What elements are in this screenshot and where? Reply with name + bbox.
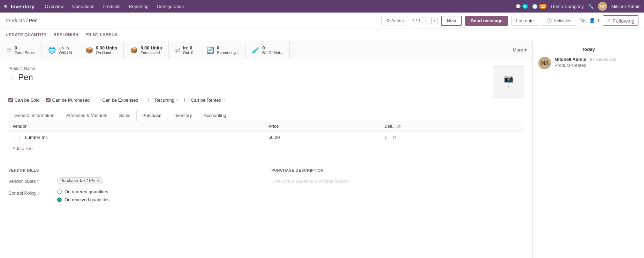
go-to-website-stat[interactable]: 🌐 Go To Website xyxy=(42,41,79,59)
can-be-purchased-checkbox[interactable]: Can be Purchased xyxy=(46,97,90,103)
tab-attributes-variants[interactable]: Attributes & Variants xyxy=(60,110,113,121)
sort-icon[interactable]: ⇄ xyxy=(397,124,401,129)
tab-accounting[interactable]: Accounting xyxy=(198,110,232,121)
delete-row-icon[interactable]: 🗑 xyxy=(392,135,396,140)
sidebar-today-label: Today xyxy=(538,47,638,52)
breadcrumb-parent[interactable]: Products xyxy=(6,18,25,23)
clock-count: 22 xyxy=(539,4,547,9)
prev-page-button[interactable]: ‹ xyxy=(423,17,429,24)
user-avatar[interactable]: MA xyxy=(598,2,607,11)
reordering-label: Reordering... xyxy=(217,50,239,55)
control-policy-label: Control Policy ? xyxy=(8,189,54,196)
vendor-cell: ⋮⋮ Lumber Inc xyxy=(8,132,264,143)
messages-icon[interactable]: 💬 5 xyxy=(515,4,528,9)
control-policy-row: Control Policy ? On ordered quantities O… xyxy=(8,189,261,202)
policy-help-icon: ? xyxy=(38,191,40,195)
tab-sales[interactable]: Sales xyxy=(113,110,136,121)
attachment-icon[interactable]: 📎 xyxy=(579,17,586,24)
update-quantity-button[interactable]: UPDATE QUANTITY xyxy=(6,31,47,39)
sub-action-bar: UPDATE QUANTITY REPLENISH PRINT LABELS xyxy=(0,29,644,41)
vendor-table: Vendor Price Deli... ⇄ xyxy=(8,121,524,143)
favorite-star-icon[interactable]: ☆ xyxy=(8,73,15,81)
sidebar: Today MA Mitchell Admin 6 minutes ago Pr… xyxy=(532,41,644,258)
remove-tax-icon[interactable]: ✕ xyxy=(97,178,100,183)
nav-configuration[interactable]: Configuration xyxy=(153,2,187,10)
more-button[interactable]: More ▾ xyxy=(507,41,532,59)
stats-bar: ☰ 0 Extra Prices 🌐 Go To Website 📦 0.00 … xyxy=(0,41,532,59)
user-name: Mitchell Admin xyxy=(611,4,641,9)
extra-prices-value: 0 xyxy=(15,45,35,50)
tab-purchase[interactable]: Purchase xyxy=(136,110,167,121)
app-name: Inventory xyxy=(11,3,35,9)
reordering-stat[interactable]: 🔄 0 Reordering... xyxy=(200,41,246,59)
tab-inventory[interactable]: Inventory xyxy=(167,110,198,121)
activity-avatar: MA xyxy=(538,57,551,69)
transfer-icon: ⇄ xyxy=(175,46,180,54)
new-button[interactable]: New xyxy=(441,16,462,26)
action-button[interactable]: ⚙ Action xyxy=(381,16,408,25)
nav-products[interactable]: Products xyxy=(99,2,124,10)
activity-time: 6 minutes ago xyxy=(590,57,616,62)
main-layout: ☰ 0 Extra Prices 🌐 Go To Website 📦 0.00 … xyxy=(0,41,644,258)
in-value: In: 0 xyxy=(183,45,194,50)
recurring-checkbox[interactable]: Recurring ? xyxy=(149,97,178,103)
clock-icon: 🕐 xyxy=(546,18,552,23)
replenish-button[interactable]: REPLENISH xyxy=(54,31,78,39)
nav-overview[interactable]: Overview xyxy=(41,2,67,10)
top-nav: ⊞ Inventory Overview Operations Products… xyxy=(0,0,644,13)
bom-icon: 🧪 xyxy=(252,46,259,54)
print-labels-button[interactable]: PRINT LABELS xyxy=(85,31,117,39)
purchase-desc-placeholder[interactable]: This note is added to purchase orders. xyxy=(272,177,524,184)
on-ordered-radio[interactable]: On ordered quantities xyxy=(57,189,109,194)
add-line-button[interactable]: Add a line xyxy=(8,143,37,154)
product-name-row: ☆ Pen xyxy=(8,72,35,82)
check-icon: ✓ xyxy=(607,17,611,24)
next-page-button[interactable]: › xyxy=(431,17,438,24)
table-row[interactable]: ⋮⋮ Lumber Inc 50.00 1 🗑 xyxy=(8,132,524,143)
forecasted-stat[interactable]: 📦 0.00 Units Forecasted xyxy=(124,41,168,59)
settings-icon[interactable]: 🔧 xyxy=(588,3,594,9)
messages-count: 5 xyxy=(522,4,528,9)
tab-general-information[interactable]: General Information xyxy=(8,110,60,121)
purchase-desc-title: PURCHASE DESCRIPTION xyxy=(272,168,524,172)
activity-desc: Product created xyxy=(554,63,616,68)
forecasted-value: 0.00 Units xyxy=(141,45,162,50)
product-form: Product Name ☆ Pen 📷 + Can be Sold xyxy=(0,59,532,161)
followers-icon[interactable]: 👤 1 xyxy=(589,17,600,24)
app-grid-icon[interactable]: ⊞ xyxy=(3,4,7,9)
tax-tag: Purchase Tax 15% ✕ xyxy=(57,177,103,184)
activities-button[interactable]: 🕐 Activities xyxy=(542,16,576,26)
clock-activities-icon[interactable]: 🕐 22 xyxy=(532,4,547,9)
vendor-taxes-row: Vendor Taxes ? Purchase Tax 15% ✕ xyxy=(8,177,261,184)
activity-user: Mitchell Admin xyxy=(554,57,586,62)
box-icon: 📦 xyxy=(85,46,93,54)
vendor-bills-two-col: VENDOR BILLS Vendor Taxes ? Purchase Tax… xyxy=(8,168,524,207)
price-cell: 50.00 xyxy=(264,132,380,143)
on-received-radio[interactable]: On received quantities xyxy=(57,197,109,202)
delivery-cell: 1 🗑 xyxy=(380,132,524,143)
product-photo-upload[interactable]: 📷 + xyxy=(493,66,524,97)
forecasted-label: Forecasted xyxy=(141,50,162,55)
on-hand-stat[interactable]: 📦 0.00 Units On Hand xyxy=(79,41,124,59)
log-note-button[interactable]: Log note xyxy=(512,16,538,26)
avatar-initials: MA xyxy=(540,60,549,66)
purchase-description-right: PURCHASE DESCRIPTION This note is added … xyxy=(272,168,524,207)
following-button[interactable]: ✓ Following xyxy=(603,15,638,26)
product-title[interactable]: Pen xyxy=(18,72,33,82)
can-be-expensed-checkbox[interactable]: Can be Expensed ? xyxy=(96,97,142,103)
in-out-stat[interactable]: ⇄ In: 0 Out: 0 xyxy=(169,41,200,59)
nav-reporting[interactable]: Reporting xyxy=(126,2,152,10)
rented-help-icon: ? xyxy=(223,98,225,102)
can-be-sold-checkbox[interactable]: Can be Sold xyxy=(8,97,40,103)
drag-handle-icon[interactable]: ⋮⋮ xyxy=(13,135,22,140)
tab-content-purchase: Vendor Price Deli... ⇄ xyxy=(8,121,524,154)
send-message-button[interactable]: Send message xyxy=(465,16,508,26)
pagination: 1 / 1 xyxy=(412,18,421,23)
page-nav: 1 / 1 ‹ › xyxy=(412,17,438,24)
nav-operations[interactable]: Operations xyxy=(69,2,98,10)
can-be-rented-checkbox[interactable]: Can be Rented ? xyxy=(184,97,225,103)
extra-prices-stat[interactable]: ☰ 0 Extra Prices xyxy=(0,41,42,59)
vendor-col-header: Vendor xyxy=(8,121,264,132)
vendor-bills-left: VENDOR BILLS Vendor Taxes ? Purchase Tax… xyxy=(8,168,261,207)
bom-stat[interactable]: 🧪 0 Bill Of Mat... xyxy=(245,41,290,59)
